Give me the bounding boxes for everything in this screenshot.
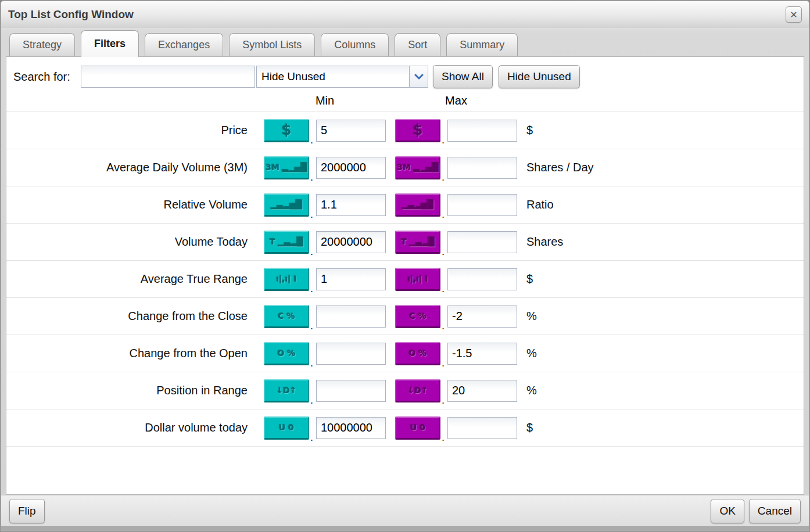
filter-unit: $: [526, 421, 804, 434]
tab-strategy[interactable]: Strategy: [9, 33, 75, 56]
dollar-volume-today-min-icon[interactable]: U 0: [264, 416, 309, 440]
filter-label: Volume Today: [6, 235, 248, 249]
average-true-range-min-icon[interactable]: ı|,ı| I: [264, 268, 309, 291]
filter-icon-glyph: O %: [278, 348, 296, 358]
max-column-header: Max: [395, 94, 517, 107]
footer-bar: Flip OK Cancel: [1, 495, 809, 526]
chevron-down-icon[interactable]: [409, 66, 428, 87]
change-from-open-max-icon[interactable]: O %: [395, 342, 440, 365]
filter-label: Average True Range: [6, 272, 248, 286]
position-in-range-max-icon[interactable]: ↓D↑: [395, 379, 440, 402]
filters-panel: Search for: Hide Unused Show All Hide Un…: [6, 56, 804, 495]
tab-sort[interactable]: Sort: [395, 33, 440, 56]
filter-label: Average Daily Volume (3M): [6, 161, 248, 174]
max-value-input[interactable]: [447, 231, 517, 253]
min-value-input[interactable]: [316, 231, 386, 253]
filter-icon-glyph: U 0: [279, 423, 294, 432]
filter-icon-glyph: ▁▃▂▅█: [402, 200, 433, 209]
filter-row: Volume Today T ▁▃▂█ . T ▁▃▂█ . Shares: [6, 224, 804, 261]
relative-volume-min-icon[interactable]: ▁▃▂▅█: [264, 193, 309, 217]
filter-unit: %: [526, 310, 804, 323]
avg-daily-volume-3m-min-icon[interactable]: 3M ▂▁▄█: [264, 156, 309, 179]
min-value-input[interactable]: [316, 380, 386, 402]
change-from-open-min-icon[interactable]: O %: [264, 342, 309, 365]
filter-label: Price: [6, 124, 248, 137]
price-dollar-max-icon[interactable]: $: [395, 119, 440, 142]
max-icon-dot: .: [440, 171, 447, 186]
filter-unit: Shares: [526, 235, 804, 249]
filter-label: Dollar volume today: [6, 421, 248, 434]
filter-icon-glyph: C %: [278, 311, 295, 321]
filter-row: Relative Volume ▁▃▂▅█ . ▁▃▂▅█ . Ratio: [6, 186, 804, 224]
min-value-input[interactable]: [316, 305, 386, 328]
filter-icon-glyph: U 0: [410, 423, 425, 432]
avg-daily-volume-3m-max-icon[interactable]: 3M ▂▁▄█: [395, 156, 440, 179]
volume-today-max-icon[interactable]: T ▁▃▂█: [395, 231, 440, 254]
filter-row: Change from the Close C % . C % . %: [6, 298, 804, 335]
min-icon-dot: .: [309, 320, 316, 335]
filter-icon-glyph: 3M ▂▁▄█: [266, 163, 307, 172]
filter-unit: $: [526, 272, 804, 286]
max-value-input[interactable]: [447, 157, 517, 179]
min-icon-dot: .: [309, 209, 316, 223]
min-value-input[interactable]: [316, 343, 386, 365]
tab-summary[interactable]: Summary: [446, 33, 518, 56]
filter-row: Position in Range ↓D↑ . ↓D↑ . %: [6, 372, 804, 409]
filter-row: Price $ . $ . $: [6, 112, 804, 149]
filter-icon-glyph: ↓D↑: [407, 386, 428, 395]
max-icon-dot: .: [440, 320, 447, 335]
search-label: Search for:: [13, 70, 81, 84]
min-value-input[interactable]: [316, 417, 386, 439]
tab-filters[interactable]: Filters: [81, 30, 139, 57]
filter-icon-glyph: ı|,ı| I: [276, 274, 296, 283]
filter-unit: %: [526, 347, 804, 360]
min-icon-dot: .: [309, 283, 316, 297]
max-value-input[interactable]: [447, 417, 517, 439]
volume-today-min-icon[interactable]: T ▁▃▂█: [264, 231, 309, 254]
cancel-button[interactable]: Cancel: [749, 499, 801, 523]
ok-button[interactable]: OK: [711, 499, 744, 523]
max-value-input[interactable]: [447, 194, 517, 216]
filter-label: Relative Volume: [6, 198, 248, 211]
max-icon-dot: .: [440, 432, 447, 446]
relative-volume-max-icon[interactable]: ▁▃▂▅█: [395, 193, 440, 217]
min-value-input[interactable]: [316, 268, 386, 290]
filter-icon-glyph: ▁▃▂▅█: [271, 200, 302, 209]
top-list-config-window: Top List Config Window ✕ Strategy Filter…: [0, 0, 810, 532]
min-value-input[interactable]: [316, 157, 386, 179]
filter-icon-glyph: C %: [409, 311, 426, 321]
tab-exchanges[interactable]: Exchanges: [145, 33, 223, 56]
min-icon-dot: .: [309, 394, 316, 409]
max-value-input[interactable]: [447, 343, 517, 365]
max-icon-dot: .: [440, 283, 447, 297]
max-value-input[interactable]: [447, 305, 517, 328]
minmax-header: Min Max: [6, 89, 804, 112]
close-icon[interactable]: ✕: [786, 6, 802, 23]
average-true-range-max-icon[interactable]: ı|,ı| I: [395, 268, 440, 291]
position-in-range-min-icon[interactable]: ↓D↑: [264, 379, 309, 402]
min-value-input[interactable]: [316, 120, 386, 142]
search-input[interactable]: [81, 66, 255, 88]
visibility-dropdown[interactable]: Hide Unused: [256, 66, 428, 88]
max-value-input[interactable]: [447, 380, 517, 402]
window-title: Top List Config Window: [8, 8, 134, 21]
price-dollar-min-icon[interactable]: $: [264, 119, 309, 142]
filter-icon-glyph: ↓D↑: [276, 386, 296, 395]
change-from-close-min-icon[interactable]: C %: [264, 305, 309, 328]
min-icon-dot: .: [309, 171, 316, 186]
window-bottom-edge: [1, 526, 809, 531]
max-icon-dot: .: [440, 246, 447, 260]
max-icon-dot: .: [440, 134, 447, 149]
show-all-button[interactable]: Show All: [433, 65, 493, 88]
filter-label: Change from the Close: [6, 310, 248, 323]
tab-columns[interactable]: Columns: [321, 33, 389, 56]
flip-button[interactable]: Flip: [9, 499, 45, 523]
change-from-close-max-icon[interactable]: C %: [395, 305, 440, 328]
dollar-volume-today-max-icon[interactable]: U 0: [395, 416, 440, 440]
hide-unused-button[interactable]: Hide Unused: [499, 65, 580, 88]
max-value-input[interactable]: [447, 120, 517, 142]
min-value-input[interactable]: [316, 194, 386, 216]
min-icon-dot: .: [309, 246, 316, 260]
tab-symbol-lists[interactable]: Symbol Lists: [229, 33, 315, 56]
max-value-input[interactable]: [447, 268, 517, 290]
